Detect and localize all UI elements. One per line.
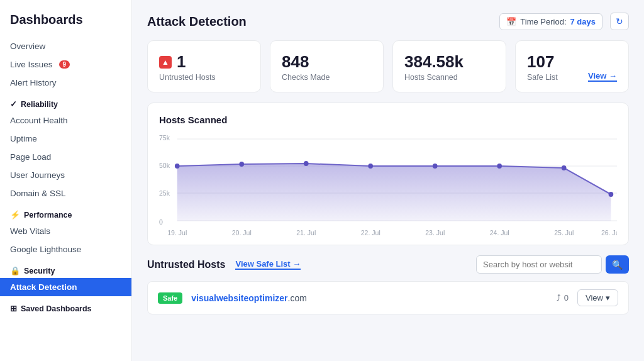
svg-point-10	[304, 161, 309, 166]
svg-text:20. Jul: 20. Jul	[232, 229, 252, 236]
svg-point-14	[562, 165, 567, 170]
safe-list-view-link[interactable]: View →	[588, 71, 617, 82]
time-period-value: 7 days	[570, 17, 596, 26]
sidebar-title: Dashboards	[0, 0, 131, 37]
view-dropdown-button[interactable]: View ▾	[577, 289, 618, 306]
sidebar-item-overview[interactable]: Overview	[0, 37, 131, 55]
chart-area: 75k 50k 25k 0	[159, 131, 617, 238]
host-count: ⤴ 0	[557, 293, 569, 303]
security-label: Security	[24, 267, 55, 275]
svg-text:25k: 25k	[159, 189, 170, 197]
stat-card-bottom: 107 Safe List View →	[527, 52, 617, 82]
svg-text:23. Jul: 23. Jul	[425, 229, 445, 236]
stat-label-safe: Safe List	[527, 73, 558, 82]
stat-label-scanned: Hosts Scanned	[404, 73, 494, 82]
svg-text:50k: 50k	[159, 162, 170, 169]
saved-dashboards-label: Saved Dashboards	[21, 304, 92, 313]
refresh-button[interactable]: ↻	[610, 13, 629, 30]
untrusted-hosts-section: Untrusted Hosts View Safe List → 🔍 Safe …	[147, 255, 629, 314]
stat-card-checks-made: 848 Checks Made	[270, 40, 384, 92]
chart-card: Hosts Scanned 75k 50k 25k 0	[147, 103, 629, 245]
search-row: 🔍	[476, 255, 629, 274]
hosts-scanned-chart: 75k 50k 25k 0	[159, 131, 617, 238]
stat-card-hosts-scanned: 384.58k Hosts Scanned	[392, 40, 506, 92]
svg-text:0: 0	[159, 218, 163, 226]
search-button[interactable]: 🔍	[606, 255, 629, 274]
svg-point-13	[497, 164, 502, 169]
view-label: View	[586, 293, 603, 303]
host-row: Safe visualwebsiteoptimizer.com ⤴ 0 View…	[147, 281, 629, 314]
refresh-icon: ↻	[616, 16, 623, 26]
chart-title: Hosts Scanned	[159, 114, 617, 125]
sidebar-item-label: Domain & SSL	[10, 189, 66, 198]
sidebar-item-user-journeys[interactable]: User Journeys	[0, 166, 131, 184]
checkmark-icon: ✓	[10, 99, 17, 109]
sidebar-item-attack-detection[interactable]: Attack Detection	[0, 278, 131, 296]
svg-point-8	[175, 164, 180, 169]
page-header: Attack Detection 📅 Time Period: 7 days ↻	[147, 13, 629, 30]
sidebar-item-label: Uptime	[10, 134, 37, 143]
sidebar-item-label: Alert History	[10, 78, 57, 87]
count-value: 0	[564, 293, 569, 303]
search-icon: 🔍	[612, 260, 623, 270]
untrusted-hosts-title: Untrusted Hosts	[147, 259, 225, 270]
stat-value-checks: 848	[282, 52, 372, 72]
svg-text:22. Jul: 22. Jul	[361, 229, 380, 236]
sidebar-item-label: Overview	[10, 42, 45, 51]
svg-point-15	[609, 192, 614, 197]
performance-label: Performance	[24, 211, 72, 219]
svg-text:75k: 75k	[159, 134, 170, 142]
svg-text:26. Jul: 26. Jul	[601, 229, 617, 236]
performance-section-header: ⚡ Performance	[0, 203, 131, 222]
main-content: Attack Detection 📅 Time Period: 7 days ↻…	[132, 0, 644, 361]
sidebar-item-label: User Journeys	[10, 170, 65, 180]
sidebar-item-label: Page Load	[10, 152, 51, 162]
stat-label-untrusted: Untrusted Hosts	[159, 73, 249, 82]
view-safe-list-link[interactable]: View Safe List →	[235, 259, 301, 270]
share-icon: ⤴	[557, 293, 561, 303]
sidebar-item-label: Google Lighthouse	[10, 245, 81, 254]
lock-icon: 🔒	[10, 266, 20, 275]
stat-card-safe-list: 107 Safe List View →	[515, 40, 629, 92]
stats-row: ▲ 1 Untrusted Hosts 848 Checks Made 384.…	[147, 40, 629, 92]
sidebar-item-uptime[interactable]: Uptime	[0, 130, 131, 148]
sidebar-item-label: Attack Detection	[10, 282, 77, 292]
saved-dashboards-header: ⊞ Saved Dashboards	[0, 296, 131, 316]
sidebar-item-page-load[interactable]: Page Load	[0, 148, 131, 166]
sidebar-item-account-health[interactable]: Account Health	[0, 111, 131, 130]
sidebar-item-domain-ssl[interactable]: Domain & SSL	[0, 184, 131, 203]
time-period-button[interactable]: 📅 Time Period: 7 days	[499, 13, 602, 30]
stat-value-scanned: 384.58k	[404, 52, 494, 72]
host-name: visualwebsiteoptimizer.com	[191, 293, 548, 303]
calendar-icon: 📅	[506, 17, 516, 26]
safe-badge: Safe	[158, 292, 182, 304]
sidebar-item-google-lighthouse[interactable]: Google Lighthouse	[0, 240, 131, 258]
svg-text:19. Jul: 19. Jul	[167, 229, 187, 236]
stat-value-safe: 107	[527, 52, 558, 72]
time-period-label: Time Period:	[520, 17, 566, 26]
stat-value-untrusted: ▲ 1	[159, 52, 249, 72]
search-input[interactable]	[476, 255, 602, 274]
chevron-down-icon: ▾	[606, 293, 610, 303]
svg-text:24. Jul: 24. Jul	[490, 229, 509, 236]
sidebar-item-live-issues[interactable]: Live Issues 9	[0, 55, 131, 74]
stat-card-untrusted-hosts: ▲ 1 Untrusted Hosts	[147, 40, 261, 92]
page-title: Attack Detection	[147, 14, 247, 29]
security-section-header: 🔒 Security	[0, 258, 131, 278]
reliability-label: Reliability	[21, 100, 58, 109]
sidebar-item-label: Account Health	[10, 116, 68, 125]
alert-icon: ▲	[159, 56, 172, 69]
svg-point-11	[368, 164, 373, 169]
sidebar: Dashboards Overview Live Issues 9 Alert …	[0, 0, 132, 361]
reliability-section-header: ✓ Reliability	[0, 92, 131, 111]
untrusted-hosts-header: Untrusted Hosts View Safe List → 🔍	[147, 255, 629, 274]
sidebar-item-alert-history[interactable]: Alert History	[0, 74, 131, 92]
performance-icon: ⚡	[10, 210, 20, 219]
host-name-suffix: .com	[288, 293, 307, 303]
live-issues-badge: 9	[59, 60, 70, 69]
svg-point-12	[433, 164, 438, 169]
grid-icon: ⊞	[10, 304, 17, 313]
sidebar-item-web-vitals[interactable]: Web Vitals	[0, 222, 131, 240]
sidebar-item-label: Live Issues	[10, 60, 53, 69]
svg-text:25. Jul: 25. Jul	[554, 229, 574, 236]
